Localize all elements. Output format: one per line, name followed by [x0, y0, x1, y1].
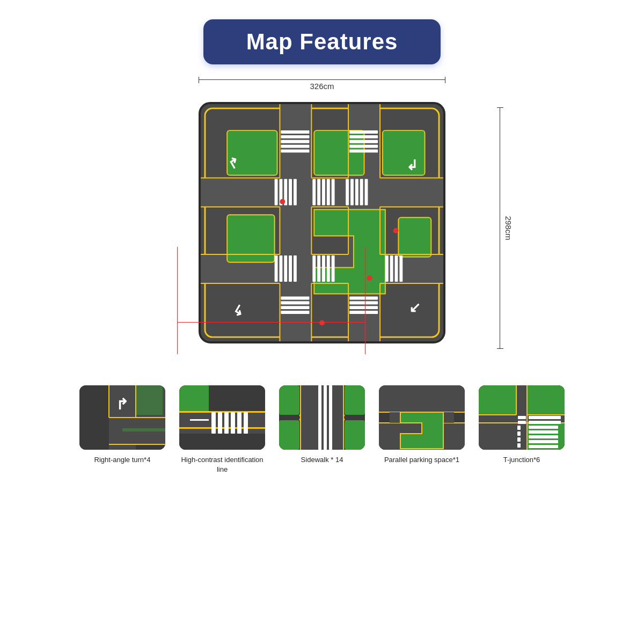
svg-rect-53: [281, 311, 309, 314]
svg-rect-34: [289, 255, 292, 282]
feature-card-parking: Parallel parking space*1: [376, 385, 467, 465]
feature-label-parking: Parallel parking space*1: [384, 455, 459, 465]
svg-rect-128: [279, 385, 299, 415]
svg-rect-110: [179, 411, 265, 413]
feature-img-turn: ↱: [79, 385, 165, 450]
svg-rect-25: [365, 179, 368, 205]
svg-rect-40: [332, 255, 335, 282]
feature-img-contrast: [179, 385, 265, 450]
svg-rect-50: [281, 297, 309, 300]
svg-rect-10: [383, 130, 425, 175]
svg-rect-21: [346, 179, 349, 205]
svg-rect-20: [294, 179, 297, 205]
svg-rect-27: [317, 179, 320, 205]
connector-line-h: [177, 322, 365, 323]
svg-rect-24: [360, 179, 363, 205]
svg-rect-129: [279, 420, 299, 450]
svg-rect-16: [275, 179, 278, 205]
svg-rect-57: [349, 145, 378, 148]
svg-point-70: [319, 320, 325, 326]
feature-label-tjunction: T-junction*6: [503, 455, 540, 465]
svg-rect-55: [349, 135, 378, 138]
feature-label-contrast: High-contrast identification line: [177, 455, 268, 474]
svg-rect-101: [136, 385, 163, 415]
svg-rect-158: [529, 435, 558, 438]
svg-rect-44: [399, 255, 402, 282]
feature-card-contrast: High-contrast identification line: [177, 385, 268, 474]
svg-rect-111: [211, 412, 216, 434]
svg-rect-116: [244, 412, 248, 434]
svg-rect-100: [122, 428, 165, 431]
svg-rect-118: [209, 385, 265, 411]
svg-rect-42: [390, 255, 393, 282]
svg-rect-151: [518, 421, 526, 424]
svg-rect-14: [398, 217, 431, 257]
svg-rect-12: [227, 215, 274, 262]
svg-rect-26: [312, 179, 316, 205]
svg-rect-61: [349, 306, 378, 309]
svg-rect-149: [529, 421, 561, 424]
feature-img-tjunction: [479, 385, 565, 450]
svg-rect-39: [327, 255, 330, 282]
svg-rect-29: [327, 179, 330, 205]
svg-rect-56: [349, 140, 378, 143]
svg-rect-113: [224, 412, 229, 434]
svg-rect-59: [349, 297, 378, 300]
svg-text:↙: ↙: [409, 300, 421, 315]
svg-rect-35: [294, 255, 297, 282]
feature-card-sidewalk: Sidewalk * 14: [276, 385, 368, 465]
svg-rect-117: [179, 385, 209, 411]
svg-rect-48: [281, 145, 309, 148]
svg-rect-112: [218, 412, 222, 434]
svg-text:↲: ↲: [406, 158, 418, 173]
svg-rect-31: [275, 255, 278, 282]
svg-rect-150: [518, 416, 526, 419]
page-title: Map Features: [246, 29, 398, 54]
features-row: ↱ Right-angle turn*4: [77, 385, 567, 474]
svg-rect-133: [379, 385, 465, 412]
svg-rect-33: [284, 255, 287, 282]
svg-rect-32: [279, 255, 282, 282]
svg-rect-122: [301, 385, 343, 450]
svg-rect-52: [281, 306, 309, 309]
svg-rect-152: [517, 426, 521, 430]
svg-rect-141: [527, 385, 565, 415]
svg-rect-156: [529, 426, 558, 429]
svg-rect-28: [322, 179, 325, 205]
svg-rect-120: [190, 419, 209, 421]
svg-rect-126: [324, 385, 327, 450]
svg-rect-36: [312, 255, 316, 282]
svg-rect-54: [349, 130, 378, 134]
svg-text:↱: ↱: [116, 396, 128, 413]
height-dimension: 298cm: [500, 107, 500, 349]
svg-rect-38: [322, 255, 325, 282]
svg-point-67: [280, 199, 285, 204]
svg-rect-140: [479, 385, 516, 415]
svg-point-68: [393, 228, 399, 233]
svg-rect-62: [349, 311, 378, 314]
width-dimension: 326cm: [199, 79, 445, 91]
svg-rect-160: [529, 445, 558, 448]
svg-rect-114: [231, 412, 235, 434]
svg-rect-46: [281, 135, 309, 138]
svg-rect-19: [289, 179, 292, 205]
svg-rect-41: [385, 255, 389, 282]
svg-rect-51: [281, 301, 309, 304]
svg-rect-37: [317, 255, 320, 282]
svg-rect-155: [517, 443, 521, 448]
feature-label-turn: Right-angle turn*4: [94, 455, 151, 465]
svg-rect-58: [349, 149, 378, 152]
connector-line-2: [365, 247, 365, 354]
svg-point-69: [367, 275, 372, 281]
feature-card-turn: ↱ Right-angle turn*4: [77, 385, 168, 465]
feature-label-sidewalk: Sidewalk * 14: [301, 455, 343, 465]
svg-rect-23: [355, 179, 358, 205]
feature-img-sidewalk: [279, 385, 365, 450]
svg-rect-43: [395, 255, 398, 282]
connector-line-1: [177, 247, 178, 354]
svg-rect-154: [517, 437, 521, 442]
svg-rect-115: [237, 412, 241, 434]
svg-rect-45: [281, 130, 309, 134]
svg-rect-148: [529, 416, 561, 419]
svg-rect-22: [350, 179, 354, 205]
